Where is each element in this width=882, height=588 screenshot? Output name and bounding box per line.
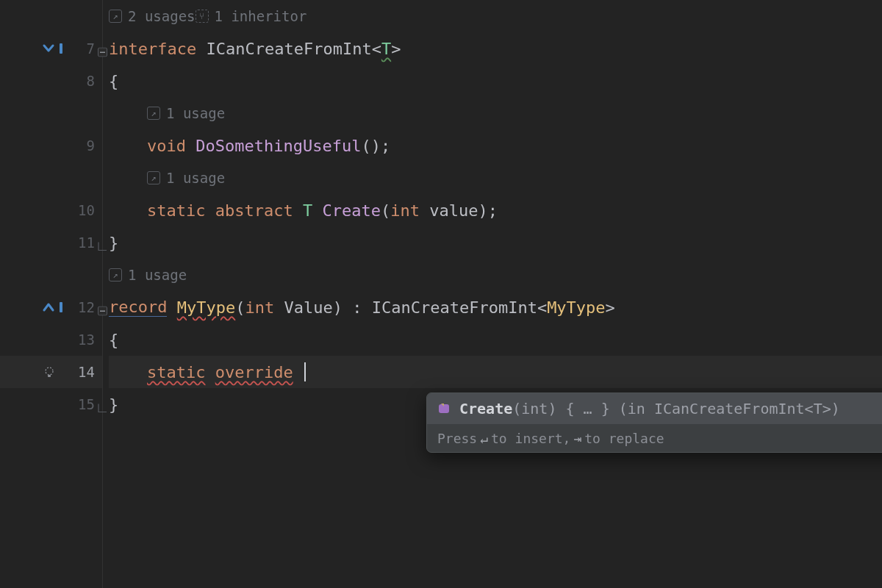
line-number[interactable]: 8 bbox=[0, 65, 102, 97]
tab-key-icon: ⇥ bbox=[573, 431, 581, 446]
code-line[interactable]: { bbox=[109, 65, 882, 97]
svg-rect-0 bbox=[60, 43, 62, 54]
code-vision-inlay[interactable]: ↗1 usage bbox=[109, 259, 882, 291]
completion-popup[interactable]: Create(int) { … } (in ICanCreateFromInt<… bbox=[426, 392, 882, 453]
line-number[interactable]: 15 bbox=[0, 388, 102, 420]
completion-label: Create(int) { … } (in ICanCreateFromInt<… bbox=[459, 400, 840, 417]
completion-hint: Press ↵ to insert, ⇥ to replace bbox=[427, 424, 882, 452]
code-line[interactable]: record MyType(int Value) : ICanCreateFro… bbox=[109, 291, 882, 323]
method-override-icon bbox=[437, 401, 452, 416]
code-line[interactable]: { bbox=[109, 323, 882, 356]
overrides-up-icon[interactable] bbox=[41, 301, 63, 314]
code-vision-inlay[interactable]: ↗1 usage bbox=[109, 162, 882, 194]
code-vision-inlay[interactable]: ↗1 usage bbox=[109, 97, 882, 129]
completion-item[interactable]: Create(int) { … } (in ICanCreateFromInt<… bbox=[427, 393, 882, 424]
line-number[interactable]: 7 bbox=[0, 32, 102, 65]
code-editor[interactable]: 7 8 9 10 11 12 13 bbox=[0, 0, 882, 588]
inheritor-icon: ⑂ bbox=[196, 10, 209, 23]
usage-icon: ↗ bbox=[147, 171, 160, 184]
usage-icon: ↗ bbox=[109, 268, 122, 282]
line-number[interactable]: 13 bbox=[0, 323, 102, 356]
code-line[interactable]: static abstract T Create(int value); bbox=[109, 194, 882, 226]
code-line-active[interactable]: static override bbox=[109, 356, 882, 388]
line-number[interactable]: 11 bbox=[0, 226, 102, 259]
text-caret bbox=[304, 362, 306, 381]
line-number[interactable]: 9 bbox=[0, 129, 102, 162]
gutter: 7 8 9 10 11 12 13 bbox=[0, 0, 103, 588]
usage-icon: ↗ bbox=[109, 10, 122, 23]
line-number[interactable]: 10 bbox=[0, 194, 102, 226]
implements-down-icon[interactable] bbox=[41, 42, 63, 55]
code-vision-inlay[interactable]: ↗2 usages ⑂1 inheritor bbox=[109, 0, 882, 32]
line-number[interactable]: 12 bbox=[0, 291, 102, 323]
line-number[interactable]: 14 bbox=[0, 356, 102, 388]
code-line[interactable]: void DoSomethingUseful(); bbox=[109, 129, 882, 162]
code-area[interactable]: ↗2 usages ⑂1 inheritor interface ICanCre… bbox=[103, 0, 882, 588]
enter-key-icon: ↵ bbox=[480, 431, 488, 446]
code-line[interactable]: interface ICanCreateFromInt<T> bbox=[109, 32, 882, 65]
svg-point-6 bbox=[46, 368, 53, 375]
code-line[interactable]: } bbox=[109, 226, 882, 259]
usage-icon: ↗ bbox=[147, 107, 160, 120]
svg-rect-3 bbox=[60, 302, 62, 312]
intention-bulb-icon[interactable] bbox=[41, 364, 57, 380]
svg-rect-7 bbox=[48, 375, 51, 377]
